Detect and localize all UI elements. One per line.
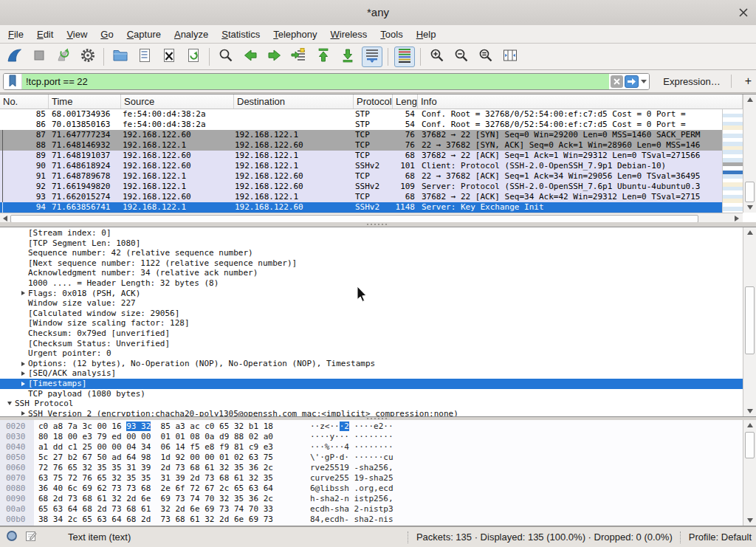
capture-options-button[interactable]: [78, 47, 98, 67]
detail-row[interactable]: TCP payload (1080 bytes): [0, 389, 743, 399]
detail-row[interactable]: SSH Protocol: [0, 399, 743, 409]
close-icon[interactable]: [738, 7, 749, 18]
hex-row-0090[interactable]: 009068 2d 73 68 61 32 2d 6e 69 73 74 70 …: [0, 494, 743, 504]
detail-row[interactable]: Acknowledgment number: 34 (relative ack …: [0, 268, 743, 278]
detail-row[interactable]: [Timestamps]: [0, 379, 743, 389]
expander-right-icon[interactable]: [18, 291, 28, 295]
detail-row[interactable]: Sequence number: 42 (relative sequence n…: [0, 248, 743, 258]
hex-row-0080[interactable]: 008036 40 6c 69 62 73 73 68 2e 6f 72 67 …: [0, 484, 743, 494]
start-capture-button[interactable]: [4, 47, 25, 67]
detail-row[interactable]: [Next sequence number: 1122 (relative se…: [0, 258, 743, 269]
packet-row-86[interactable]: 8670.013850163fe:54:00:d4:38:2aSTP54Conf…: [0, 120, 722, 130]
menu-item-go[interactable]: Go: [94, 27, 120, 42]
filter-clear-button[interactable]: [611, 75, 623, 88]
packet-row-90[interactable]: 9071.648618924192.168.122.60192.168.122.…: [0, 161, 722, 171]
hex-row-00b0[interactable]: 00b038 34 2c 65 63 64 68 2d 73 68 61 32 …: [0, 515, 743, 525]
close-file-button[interactable]: [159, 47, 179, 67]
detail-row[interactable]: [Window size scaling factor: 128]: [0, 318, 743, 328]
find-packet-button[interactable]: [216, 47, 236, 67]
menu-item-help[interactable]: Help: [410, 27, 443, 42]
packet-row-88[interactable]: 8871.648146932192.168.122.1192.168.122.6…: [0, 140, 722, 151]
bytes-vscroll-handle[interactable]: [745, 432, 755, 458]
details-vscrollbar[interactable]: [743, 227, 756, 416]
column-header-length[interactable]: Length: [393, 94, 418, 109]
hex-row-0070[interactable]: 007063 75 72 76 65 32 35 35 31 39 2d 73 …: [0, 473, 743, 484]
scroll-up-icon[interactable]: [743, 420, 756, 430]
filter-apply-button[interactable]: [625, 75, 639, 88]
packet-row-91[interactable]: 9171.648789678192.168.122.1192.168.122.6…: [0, 171, 722, 182]
detail-row[interactable]: Flags: 0x018 (PSH, ACK): [0, 289, 743, 299]
detail-row[interactable]: SSH Version 2 (encryption:chacha20-poly1…: [0, 409, 743, 417]
column-header-destination[interactable]: Destination: [234, 94, 354, 109]
expander-down-icon[interactable]: [4, 402, 15, 405]
packet-list-vscroll-handle[interactable]: [745, 182, 755, 202]
capture-comment-icon[interactable]: [25, 530, 37, 544]
display-filter-field[interactable]: !tcp.port == 22: [3, 73, 650, 90]
go-back-button[interactable]: [240, 47, 261, 67]
go-last-button[interactable]: [337, 47, 358, 67]
hex-row-00a0[interactable]: 00a065 63 64 68 2d 73 68 61 32 2d 6e 69 …: [0, 504, 743, 515]
scroll-down-icon[interactable]: [743, 515, 756, 526]
go-to-packet-button[interactable]: [289, 47, 309, 67]
detail-row[interactable]: Options: (12 bytes), No-Operation (NOP),…: [0, 359, 743, 369]
packet-row-92[interactable]: 9271.661949820192.168.122.1192.168.122.6…: [0, 182, 722, 192]
packet-list-vscrollbar[interactable]: [743, 94, 756, 213]
menu-item-edit[interactable]: Edit: [30, 27, 60, 42]
hex-row-0020[interactable]: 0020c0 a8 7a 3c 00 16 93 32 85 a3 ac c0 …: [0, 422, 743, 432]
zoom-out-button[interactable]: [451, 47, 472, 67]
packet-row-93[interactable]: 9371.662015274192.168.122.60192.168.122.…: [0, 192, 722, 202]
detail-row[interactable]: [SEQ/ACK analysis]: [0, 368, 743, 379]
detail-row[interactable]: [Stream index: 0]: [0, 228, 743, 238]
packet-list-minimap[interactable]: [722, 109, 743, 213]
scroll-down-icon[interactable]: [743, 406, 756, 416]
save-file-button[interactable]: [134, 47, 155, 67]
expander-right-icon[interactable]: [18, 362, 28, 366]
column-header-no[interactable]: No.: [0, 94, 49, 109]
column-header-protocol[interactable]: Protocol: [354, 94, 393, 109]
go-forward-button[interactable]: [264, 47, 285, 67]
detail-row[interactable]: [Calculated window size: 29056]: [0, 309, 743, 319]
menu-item-analyze[interactable]: Analyze: [168, 27, 215, 42]
detail-row[interactable]: 1000 .... = Header Length: 32 bytes (8): [0, 278, 743, 289]
bytes-vscrollbar[interactable]: [743, 420, 756, 526]
filter-dropdown-caret[interactable]: [639, 74, 649, 89]
expander-right-icon[interactable]: [18, 411, 28, 416]
hex-row-0050[interactable]: 00505c 27 b2 67 50 ad 64 98 1d 92 00 00 …: [0, 453, 743, 463]
column-header-info[interactable]: Info: [418, 94, 743, 109]
menu-item-wireless[interactable]: Wireless: [324, 27, 374, 42]
zoom-original-button[interactable]: [475, 47, 496, 67]
colorize-button[interactable]: [394, 47, 415, 67]
packet-row-85[interactable]: 8568.001734936fe:54:00:d4:38:2aSTP54Conf…: [0, 109, 722, 120]
hex-row-0030[interactable]: 003080 18 00 e3 79 ed 00 00 01 01 08 0a …: [0, 432, 743, 442]
expert-info-icon[interactable]: [6, 530, 18, 544]
detail-row[interactable]: [Checksum Status: Unverified]: [0, 339, 743, 349]
hex-row-0060[interactable]: 006072 76 65 32 35 35 31 39 2d 73 68 61 …: [0, 463, 743, 473]
hex-dump[interactable]: 0020c0 a8 7a 3c 00 16 93 32 85 a3 ac c0 …: [0, 422, 743, 525]
scroll-up-icon[interactable]: [743, 94, 756, 105]
detail-row[interactable]: Urgent pointer: 0: [0, 348, 743, 359]
detail-row[interactable]: [TCP Segment Len: 1080]: [0, 238, 743, 249]
zoom-in-button[interactable]: [427, 47, 447, 67]
filter-bookmark-button[interactable]: [4, 74, 22, 89]
go-first-button[interactable]: [313, 47, 334, 67]
packet-row-89[interactable]: 8971.648191037192.168.122.60192.168.122.…: [0, 151, 722, 161]
expander-right-icon[interactable]: [18, 382, 28, 386]
reload-file-button[interactable]: [183, 47, 204, 67]
column-header-source[interactable]: Source: [121, 94, 234, 109]
menu-item-file[interactable]: File: [1, 27, 30, 42]
scroll-up-icon[interactable]: [743, 227, 756, 238]
packet-row-94[interactable]: 9471.663856741192.168.122.1192.168.122.6…: [0, 202, 722, 213]
expression-button[interactable]: Expression…: [663, 76, 720, 87]
menu-item-statistics[interactable]: Statistics: [215, 27, 267, 42]
detail-row[interactable]: Window size value: 227: [0, 298, 743, 309]
expander-right-icon[interactable]: [18, 371, 28, 376]
restart-capture-button[interactable]: [53, 47, 74, 67]
hex-row-0040[interactable]: 0040a1 dd c1 25 00 00 04 34 06 14 f5 e8 …: [0, 442, 743, 453]
resize-columns-button[interactable]: [500, 47, 520, 67]
menu-item-view[interactable]: View: [60, 27, 94, 42]
detail-row[interactable]: Checksum: 0x79ed [unverified]: [0, 328, 743, 339]
packet-list-hscrollbar[interactable]: [0, 213, 743, 223]
menu-item-telephony[interactable]: Telephony: [267, 27, 323, 42]
profile-button[interactable]: Profile: Default: [689, 531, 756, 543]
scroll-down-icon[interactable]: [743, 202, 756, 213]
